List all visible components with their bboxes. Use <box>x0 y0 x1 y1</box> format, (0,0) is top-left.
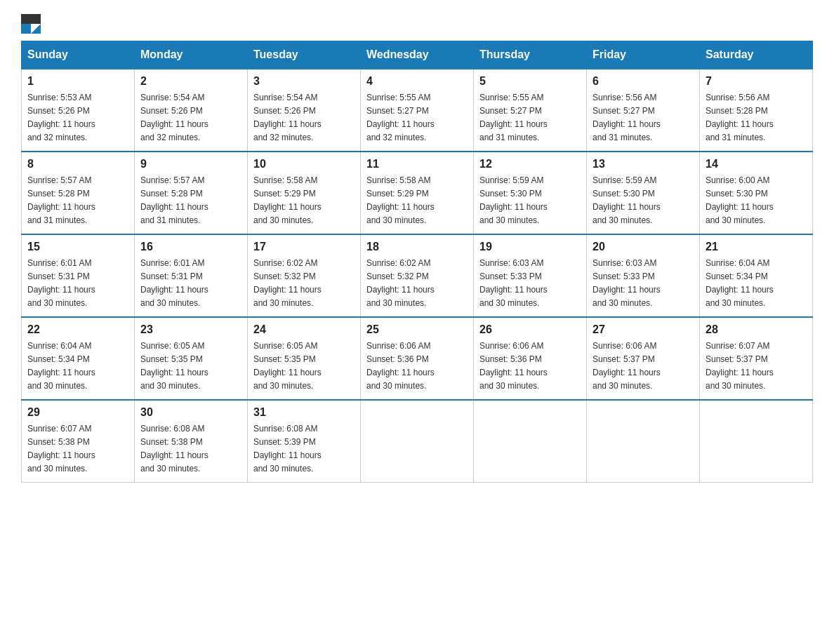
calendar-cell: 6 Sunrise: 5:56 AMSunset: 5:27 PMDayligh… <box>587 69 700 152</box>
day-info: Sunrise: 6:07 AMSunset: 5:37 PMDaylight:… <box>706 341 774 391</box>
weekday-header-thursday: Thursday <box>474 41 587 69</box>
calendar-cell: 15 Sunrise: 6:01 AMSunset: 5:31 PMDaylig… <box>22 234 135 317</box>
day-number: 17 <box>253 241 355 253</box>
day-number: 28 <box>706 323 807 336</box>
day-info: Sunrise: 5:57 AMSunset: 5:28 PMDaylight:… <box>27 175 95 225</box>
day-number: 16 <box>140 241 241 253</box>
day-number: 11 <box>366 158 468 170</box>
day-info: Sunrise: 6:07 AMSunset: 5:38 PMDaylight:… <box>27 424 95 474</box>
day-number: 2 <box>140 75 241 88</box>
day-info: Sunrise: 6:02 AMSunset: 5:32 PMDaylight:… <box>253 258 322 308</box>
day-info: Sunrise: 6:06 AMSunset: 5:36 PMDaylight:… <box>479 341 548 391</box>
calendar-cell: 3 Sunrise: 5:54 AMSunset: 5:26 PMDayligh… <box>248 69 361 152</box>
calendar-cell: 1 Sunrise: 5:53 AMSunset: 5:26 PMDayligh… <box>22 69 135 152</box>
weekday-header-sunday: Sunday <box>22 41 135 69</box>
calendar-cell: 16 Sunrise: 6:01 AMSunset: 5:31 PMDaylig… <box>135 234 248 317</box>
logo <box>21 14 44 34</box>
day-info: Sunrise: 6:06 AMSunset: 5:36 PMDaylight:… <box>366 341 435 391</box>
day-number: 29 <box>27 406 128 419</box>
week-row-3: 15 Sunrise: 6:01 AMSunset: 5:31 PMDaylig… <box>22 234 813 317</box>
calendar-cell: 29 Sunrise: 6:07 AMSunset: 5:38 PMDaylig… <box>22 400 135 483</box>
calendar-cell: 11 Sunrise: 5:58 AMSunset: 5:29 PMDaylig… <box>361 152 474 234</box>
day-info: Sunrise: 5:59 AMSunset: 5:30 PMDaylight:… <box>479 175 548 225</box>
day-info: Sunrise: 6:05 AMSunset: 5:35 PMDaylight:… <box>253 341 322 391</box>
calendar-cell <box>474 400 587 483</box>
day-number: 19 <box>479 241 581 253</box>
day-info: Sunrise: 6:04 AMSunset: 5:34 PMDaylight:… <box>706 258 774 308</box>
calendar-cell <box>700 400 813 483</box>
day-number: 22 <box>27 323 128 336</box>
day-number: 30 <box>140 406 241 419</box>
day-number: 20 <box>593 241 694 253</box>
weekday-header-row: SundayMondayTuesdayWednesdayThursdayFrid… <box>22 41 813 69</box>
day-info: Sunrise: 6:00 AMSunset: 5:30 PMDaylight:… <box>706 175 774 225</box>
calendar-cell: 12 Sunrise: 5:59 AMSunset: 5:30 PMDaylig… <box>474 152 587 234</box>
day-number: 31 <box>253 406 355 419</box>
day-number: 18 <box>366 241 468 253</box>
day-number: 9 <box>140 158 241 170</box>
calendar-cell: 23 Sunrise: 6:05 AMSunset: 5:35 PMDaylig… <box>135 317 248 400</box>
calendar-cell <box>361 400 474 483</box>
day-info: Sunrise: 5:56 AMSunset: 5:27 PMDaylight:… <box>593 93 661 142</box>
day-number: 15 <box>27 241 128 253</box>
calendar-cell: 28 Sunrise: 6:07 AMSunset: 5:37 PMDaylig… <box>700 317 813 400</box>
day-info: Sunrise: 6:03 AMSunset: 5:33 PMDaylight:… <box>479 258 548 308</box>
week-row-5: 29 Sunrise: 6:07 AMSunset: 5:38 PMDaylig… <box>22 400 813 483</box>
calendar-header: SundayMondayTuesdayWednesdayThursdayFrid… <box>22 41 813 69</box>
logo-icon <box>21 14 41 34</box>
day-number: 6 <box>593 75 694 88</box>
weekday-header-wednesday: Wednesday <box>361 41 474 69</box>
day-number: 1 <box>27 75 128 88</box>
day-info: Sunrise: 5:53 AMSunset: 5:26 PMDaylight:… <box>27 93 95 142</box>
day-number: 4 <box>366 75 468 88</box>
calendar-cell: 24 Sunrise: 6:05 AMSunset: 5:35 PMDaylig… <box>248 317 361 400</box>
day-info: Sunrise: 6:01 AMSunset: 5:31 PMDaylight:… <box>27 258 95 308</box>
calendar-table: SundayMondayTuesdayWednesdayThursdayFrid… <box>21 41 813 483</box>
calendar-cell: 13 Sunrise: 5:59 AMSunset: 5:30 PMDaylig… <box>587 152 700 234</box>
day-number: 26 <box>479 323 581 336</box>
day-number: 7 <box>706 75 807 88</box>
day-info: Sunrise: 5:56 AMSunset: 5:28 PMDaylight:… <box>706 93 774 142</box>
day-info: Sunrise: 6:02 AMSunset: 5:32 PMDaylight:… <box>366 258 435 308</box>
day-number: 23 <box>140 323 241 336</box>
calendar-cell: 25 Sunrise: 6:06 AMSunset: 5:36 PMDaylig… <box>361 317 474 400</box>
day-number: 27 <box>593 323 694 336</box>
day-info: Sunrise: 6:04 AMSunset: 5:34 PMDaylight:… <box>27 341 95 391</box>
day-number: 25 <box>366 323 468 336</box>
day-info: Sunrise: 5:54 AMSunset: 5:26 PMDaylight:… <box>253 93 322 142</box>
day-number: 3 <box>253 75 355 88</box>
day-info: Sunrise: 5:58 AMSunset: 5:29 PMDaylight:… <box>253 175 322 225</box>
svg-rect-2 <box>21 24 31 34</box>
day-info: Sunrise: 5:54 AMSunset: 5:26 PMDaylight:… <box>140 93 208 142</box>
day-info: Sunrise: 5:58 AMSunset: 5:29 PMDaylight:… <box>366 175 435 225</box>
calendar-cell: 26 Sunrise: 6:06 AMSunset: 5:36 PMDaylig… <box>474 317 587 400</box>
calendar-cell: 22 Sunrise: 6:04 AMSunset: 5:34 PMDaylig… <box>22 317 135 400</box>
calendar-cell: 10 Sunrise: 5:58 AMSunset: 5:29 PMDaylig… <box>248 152 361 234</box>
calendar-cell: 18 Sunrise: 6:02 AMSunset: 5:32 PMDaylig… <box>361 234 474 317</box>
day-info: Sunrise: 5:55 AMSunset: 5:27 PMDaylight:… <box>366 93 435 142</box>
week-row-4: 22 Sunrise: 6:04 AMSunset: 5:34 PMDaylig… <box>22 317 813 400</box>
weekday-header-tuesday: Tuesday <box>248 41 361 69</box>
weekday-header-saturday: Saturday <box>700 41 813 69</box>
calendar-cell: 5 Sunrise: 5:55 AMSunset: 5:27 PMDayligh… <box>474 69 587 152</box>
calendar-cell: 21 Sunrise: 6:04 AMSunset: 5:34 PMDaylig… <box>700 234 813 317</box>
day-number: 8 <box>27 158 128 170</box>
calendar-cell: 7 Sunrise: 5:56 AMSunset: 5:28 PMDayligh… <box>700 69 813 152</box>
day-info: Sunrise: 6:05 AMSunset: 5:35 PMDaylight:… <box>140 341 208 391</box>
calendar-cell: 9 Sunrise: 5:57 AMSunset: 5:28 PMDayligh… <box>135 152 248 234</box>
day-number: 24 <box>253 323 355 336</box>
day-info: Sunrise: 6:03 AMSunset: 5:33 PMDaylight:… <box>593 258 661 308</box>
calendar-cell: 8 Sunrise: 5:57 AMSunset: 5:28 PMDayligh… <box>22 152 135 234</box>
calendar-cell: 4 Sunrise: 5:55 AMSunset: 5:27 PMDayligh… <box>361 69 474 152</box>
calendar-body: 1 Sunrise: 5:53 AMSunset: 5:26 PMDayligh… <box>22 69 813 483</box>
calendar-cell: 19 Sunrise: 6:03 AMSunset: 5:33 PMDaylig… <box>474 234 587 317</box>
day-number: 5 <box>479 75 581 88</box>
calendar-cell: 14 Sunrise: 6:00 AMSunset: 5:30 PMDaylig… <box>700 152 813 234</box>
calendar-cell: 27 Sunrise: 6:06 AMSunset: 5:37 PMDaylig… <box>587 317 700 400</box>
calendar-cell <box>587 400 700 483</box>
page-header <box>21 14 813 34</box>
calendar-cell: 30 Sunrise: 6:08 AMSunset: 5:38 PMDaylig… <box>135 400 248 483</box>
day-number: 10 <box>253 158 355 170</box>
week-row-2: 8 Sunrise: 5:57 AMSunset: 5:28 PMDayligh… <box>22 152 813 234</box>
week-row-1: 1 Sunrise: 5:53 AMSunset: 5:26 PMDayligh… <box>22 69 813 152</box>
